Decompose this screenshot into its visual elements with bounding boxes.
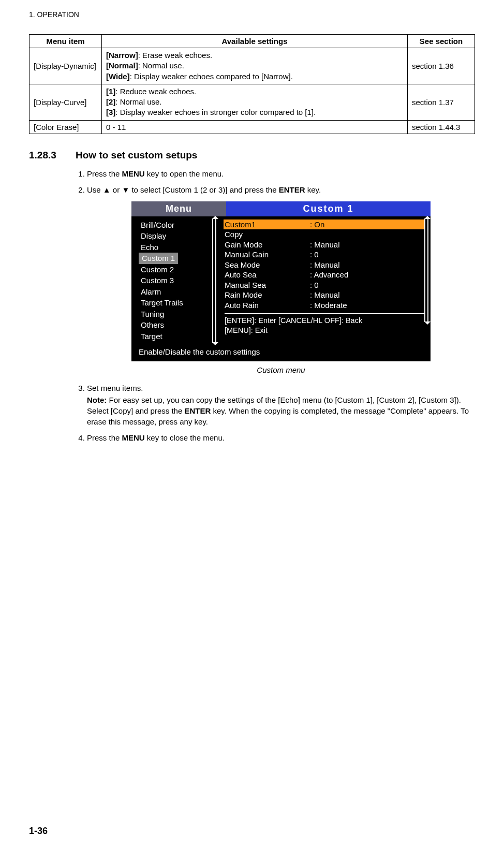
down-arrow-icon: ▼ — [122, 185, 129, 194]
setting-key: [Narrow] — [106, 51, 138, 60]
settings-table: Menu item Available settings See section… — [29, 34, 475, 134]
key-name: ENTER — [184, 406, 211, 415]
menu-row[interactable]: Copy — [225, 229, 424, 240]
setting-desc: : Display weaker echoes in stronger colo… — [115, 108, 316, 116]
menu-item[interactable]: Echo — [139, 242, 217, 253]
cell-settings: [1]: Reduce weak echoes. [2]: Normal use… — [102, 84, 408, 120]
cell-see: section 1.44.3 — [408, 120, 475, 134]
step-3: Set menu items. Note: For easy set up, y… — [87, 383, 475, 427]
setting-desc: : Normal use. — [115, 97, 161, 106]
menu-row[interactable]: Auto Sea: Advanced — [225, 270, 424, 280]
text: Press the — [87, 169, 122, 178]
row-value: : 0 — [310, 250, 319, 260]
menu-item[interactable]: Alarm — [139, 286, 217, 298]
text: key. — [305, 185, 321, 194]
cell-menu: [Color Erase] — [29, 120, 102, 134]
menu-item-selected[interactable]: Custom 1 — [139, 253, 178, 264]
key-name: MENU — [122, 169, 145, 178]
up-arrow-icon: ▲ — [103, 185, 111, 194]
menu-row[interactable]: Sea Mode: Manual — [225, 260, 424, 270]
cell-see: section 1.37 — [408, 84, 475, 120]
menu-item[interactable]: Others — [139, 319, 217, 331]
text: Use — [87, 185, 103, 194]
row-value: : On — [310, 219, 324, 230]
step-4: Press the MENU key to close the menu. — [87, 432, 475, 443]
figure-caption: Custom menu — [87, 364, 475, 375]
text: Press the — [87, 433, 122, 442]
note-label: Note: — [87, 396, 107, 404]
menu-row[interactable]: Gain Mode: Manual — [225, 240, 424, 250]
step-1: Press the MENU key to open the menu. — [87, 168, 475, 179]
th-menu: Menu item — [29, 35, 102, 48]
row-value: : Advanced — [310, 270, 348, 280]
th-available: Available settings — [102, 35, 408, 48]
key-name: ENTER — [279, 185, 305, 194]
row-value: : Manual — [310, 260, 340, 270]
menu-title-left: Menu — [131, 201, 226, 216]
scrollbar-icon[interactable] — [212, 218, 216, 343]
setting-key: [Normal] — [106, 61, 138, 70]
row-label: Copy — [225, 229, 310, 240]
setting-key: [1] — [106, 87, 115, 96]
step-2: Use ▲ or ▼ to select [Custom 1 (2 or 3)]… — [87, 184, 475, 375]
menu-titlebar: Menu Custom 1 — [131, 201, 431, 216]
row-label: Manual Gain — [225, 250, 310, 260]
text: key to close the menu. — [145, 433, 225, 442]
cell-see: section 1.36 — [408, 48, 475, 84]
row-label: Manual Sea — [225, 280, 310, 290]
menu-row[interactable]: Auto Rain: Moderate — [225, 300, 424, 311]
menu-item[interactable]: Target Trails — [139, 297, 217, 309]
section-title: How to set custom setups — [76, 150, 197, 160]
menu-screenshot: Menu Custom 1 Brill/Color Display Echo C… — [131, 201, 431, 361]
section-heading: 1.28.3How to set custom setups — [29, 150, 475, 161]
menu-helpbar: Enable/Disable the custom settings — [131, 345, 431, 361]
table-row: [Display-Dynamic] [Narrow]: Erase weak e… — [29, 48, 475, 84]
menu-row[interactable]: Rain Mode: Manual — [225, 290, 424, 300]
row-label: Gain Mode — [225, 240, 310, 250]
section-number: 1.28.3 — [29, 150, 76, 161]
setting-key: [Wide] — [106, 72, 130, 81]
text: key to open the menu. — [145, 169, 224, 178]
hint-menu: [MENU]: Exit — [225, 326, 268, 334]
menu-item[interactable]: Custom 3 — [139, 275, 217, 286]
cell-menu: [Display-Curve] — [29, 84, 102, 120]
setting-desc: : Normal use. — [138, 61, 184, 70]
text: to select [Custom 1 (2 or 3)] and press … — [129, 185, 278, 194]
scrollbar-icon[interactable] — [424, 218, 428, 323]
key-name: MENU — [122, 433, 145, 442]
cell-settings: [Narrow]: Erase weak echoes. [Normal]: N… — [102, 48, 408, 84]
setting-key: [3] — [106, 108, 115, 116]
th-see: See section — [408, 35, 475, 48]
row-label: Auto Sea — [225, 270, 310, 280]
text: or — [111, 185, 122, 194]
cell-settings: 0 - 11 — [102, 120, 408, 134]
steps-list: Press the MENU key to open the menu. Use… — [76, 168, 475, 443]
cell-menu: [Display-Dynamic] — [29, 48, 102, 84]
menu-hints: [ENTER]: Enter [CANCEL/HL OFF]: Back [ME… — [225, 313, 424, 339]
text: Set menu items. — [87, 384, 143, 392]
menu-item[interactable]: Brill/Color — [139, 219, 217, 231]
menu-figure: Menu Custom 1 Brill/Color Display Echo C… — [131, 201, 431, 361]
table-row: [Color Erase] 0 - 11 section 1.44.3 — [29, 120, 475, 134]
table-row: [Display-Curve] [1]: Reduce weak echoes.… — [29, 84, 475, 120]
row-value: : Moderate — [310, 300, 347, 311]
row-label: Auto Rain — [225, 300, 310, 311]
row-label: Rain Mode — [225, 290, 310, 300]
setting-desc: : Erase weak echoes. — [138, 51, 212, 60]
menu-row-selected[interactable]: Custom1 : On — [224, 219, 424, 230]
setting-desc: : Display weaker echoes compared to [Nar… — [130, 72, 293, 81]
row-label: Sea Mode — [225, 260, 310, 270]
setting-desc: : Reduce weak echoes. — [115, 87, 196, 96]
menu-item[interactable]: Tuning — [139, 309, 217, 320]
menu-item[interactable]: Target — [139, 331, 217, 342]
menu-row[interactable]: Manual Gain: 0 — [225, 250, 424, 260]
menu-right-column: Custom1 : On Copy Gain Mode: Manual Manu… — [218, 216, 431, 345]
menu-item[interactable]: Custom 2 — [139, 264, 217, 275]
menu-item[interactable]: Display — [139, 230, 217, 242]
hint-cancel: [CANCEL/HL OFF]: Back — [278, 316, 362, 325]
hint-enter: [ENTER]: Enter — [225, 316, 276, 325]
setting-key: [2] — [106, 97, 115, 106]
menu-left-column: Brill/Color Display Echo Custom 1 Custom… — [131, 216, 218, 345]
row-value: : Manual — [310, 240, 340, 250]
menu-row[interactable]: Manual Sea: 0 — [225, 280, 424, 290]
